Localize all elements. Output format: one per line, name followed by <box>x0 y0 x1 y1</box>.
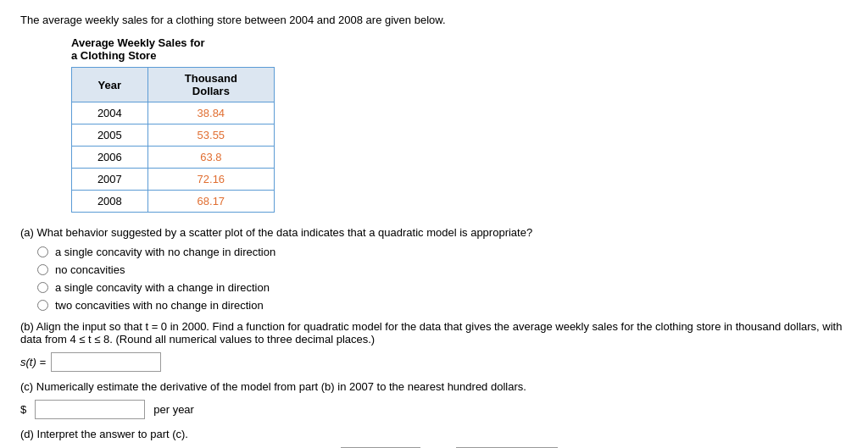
table-row: 200438.84 <box>72 102 275 124</box>
table-cell-value: 68.17 <box>147 191 274 213</box>
part-a-radio-3[interactable] <box>37 300 48 311</box>
part-a-block: (a) What behavior suggested by a scatter… <box>20 226 848 312</box>
part-b-text: Align the input so that t = 0 in 2000. F… <box>20 320 842 346</box>
table-cell-year: 2005 <box>72 124 148 147</box>
table-title-line2: a Clothing Store <box>71 49 156 62</box>
table-title: Average Weekly Sales for a Clothing Stor… <box>71 36 848 62</box>
table-cell-year: 2006 <box>72 147 148 169</box>
table-cell-value: 72.16 <box>147 169 274 191</box>
table-cell-value: 38.84 <box>147 102 274 124</box>
part-c-input-line: $ per year <box>20 400 848 419</box>
part-b-block: (b) Align the input so that t = 0 in 200… <box>20 320 848 372</box>
table-row: 200553.55 <box>72 124 275 147</box>
part-d-label: (d) <box>20 428 34 440</box>
table-row: 200663.8 <box>72 147 275 169</box>
col-value-header: Thousand Dollars <box>147 68 274 102</box>
table-row: 200772.16 <box>72 169 275 191</box>
s-input[interactable] <box>51 352 161 372</box>
part-b-question: (b) Align the input so that t = 0 in 200… <box>20 320 848 346</box>
part-d-text: Interpret the answer to part (c). <box>37 428 188 440</box>
part-c-block: (c) Numerically estimate the derivative … <box>20 380 848 419</box>
part-a-radio-0[interactable] <box>37 246 48 257</box>
part-a-option-1[interactable]: no concavities <box>37 263 848 276</box>
part-a-option-3[interactable]: two concavities with no change in direct… <box>37 299 848 312</box>
table-cell-year: 2004 <box>72 102 148 124</box>
part-a-option-label-0: a single concavity with no change in dir… <box>55 246 275 258</box>
part-a-question: (a) What behavior suggested by a scatter… <box>20 226 848 239</box>
part-d-question: (d) Interpret the answer to part (c). <box>20 428 848 440</box>
part-a-option-label-3: two concavities with no change in direct… <box>55 299 264 312</box>
part-a-option-2[interactable]: a single concavity with a change in dire… <box>37 281 848 294</box>
data-table: Year Thousand Dollars 200438.84200553.55… <box>71 67 275 213</box>
dollar-sign: $ <box>20 403 26 416</box>
col-year-header: Year <box>72 68 148 102</box>
table-cell-value: 53.55 <box>147 124 274 147</box>
part-c-text: Numerically estimate the derivative of t… <box>36 380 526 393</box>
part-b-label: (b) <box>20 320 34 333</box>
part-a-option-label-1: no concavities <box>55 263 125 276</box>
table-cell-year: 2007 <box>72 169 148 191</box>
table-row: 200868.17 <box>72 191 275 213</box>
table-cell-value: 63.8 <box>147 147 274 169</box>
part-c-input[interactable] <box>35 400 145 419</box>
part-c-label: (c) <box>20 380 33 393</box>
s-label: s(t) = <box>20 356 46 368</box>
per-year-label: per year <box>153 403 194 416</box>
table-cell-year: 2008 <box>72 191 148 213</box>
part-c-question: (c) Numerically estimate the derivative … <box>20 380 848 393</box>
part-a-radio-1[interactable] <box>37 264 48 275</box>
part-d-block: (d) Interpret the answer to part (c). In… <box>20 428 848 448</box>
intro-text: The average weekly sales for a clothing … <box>20 14 848 26</box>
part-a-text: What behavior suggested by a scatter plo… <box>37 226 533 239</box>
table-section: Average Weekly Sales for a Clothing Stor… <box>20 36 848 213</box>
part-a-option-label-2: a single concavity with a change in dire… <box>55 281 270 294</box>
part-a-label: (a) <box>20 226 34 239</box>
table-title-line1: Average Weekly Sales for <box>71 36 205 49</box>
s-input-row: s(t) = <box>20 352 848 372</box>
part-a-option-0[interactable]: a single concavity with no change in dir… <box>37 246 848 258</box>
part-a-radio-2[interactable] <box>37 282 48 293</box>
